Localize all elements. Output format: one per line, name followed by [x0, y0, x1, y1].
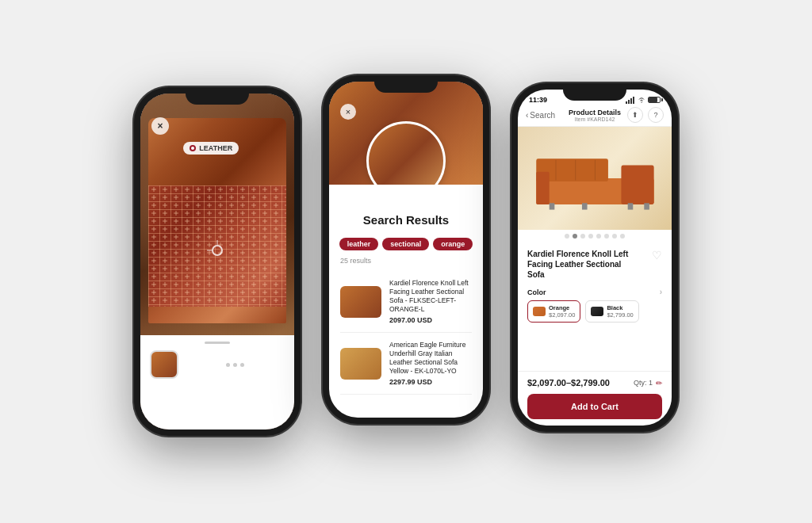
search-body: Search Results leather sectional orange … [329, 185, 483, 418]
color-name-orange: Orange [549, 304, 575, 311]
add-to-cart-button[interactable]: Add to Cart [527, 394, 662, 419]
svg-rect-14 [627, 203, 633, 209]
color-option-orange[interactable]: Orange $2,097.00 [527, 300, 580, 323]
svg-rect-10 [621, 166, 653, 204]
chevron-right-icon[interactable]: › [660, 288, 662, 296]
product-item-1[interactable]: Kardiel Florence Knoll Left Facing Leath… [340, 271, 472, 333]
color-swatch-orange [533, 307, 546, 316]
dot-8[interactable] [620, 234, 625, 239]
signal-icon [626, 97, 635, 104]
dot-7[interactable] [612, 234, 617, 239]
detail-title-center: Product Details Item #KARD142 [569, 109, 621, 122]
dot-4[interactable] [588, 234, 593, 239]
svg-point-7 [641, 101, 642, 102]
qty-label: Qty: 1 [634, 379, 653, 387]
ar-screen: LEATHER × [140, 94, 294, 429]
qty-edit-button[interactable]: ✏ [656, 379, 662, 387]
product-name-1: Kardiel Florence Knoll Left Facing Leath… [389, 279, 472, 314]
ar-bottom-panel [140, 335, 294, 429]
color-option-black[interactable]: Black $2,799.00 [585, 300, 638, 323]
price-range: $2,097.00–$2,799.00 [527, 378, 610, 387]
product-name-2: American Eagle Furniture Underhill Gray … [389, 341, 472, 376]
ar-label-text: LEATHER [199, 144, 232, 152]
dot-2[interactable] [573, 234, 577, 239]
color-label: Color › [527, 288, 662, 296]
search-result-circle-image [366, 121, 446, 185]
phone-2-screen: × Search Results leather sectional orang… [329, 82, 483, 418]
search-close-button[interactable]: × [340, 104, 356, 120]
detail-product-name: Kardiel Florence Knoll Left Facing Leath… [527, 249, 629, 280]
status-time: 11:39 [529, 96, 547, 104]
search-screen: × Search Results leather sectional orang… [329, 82, 483, 418]
color-label-text: Color [527, 288, 546, 296]
product-info-2: American Eagle Furniture Underhill Gray … [389, 341, 472, 386]
ar-close-button[interactable]: × [151, 117, 169, 135]
ar-thumb-row [147, 350, 288, 379]
product-name-row: Kardiel Florence Knoll Left Facing Leath… [527, 249, 662, 280]
phone-3-notch [563, 83, 626, 101]
phone-1-notch [186, 87, 249, 105]
tag-orange[interactable]: orange [433, 238, 473, 250]
product-info-1: Kardiel Florence Knoll Left Facing Leath… [389, 279, 472, 324]
color-price-orange: $2,097.00 [549, 311, 575, 319]
svg-rect-4 [628, 100, 630, 104]
color-swatch-black [591, 307, 603, 316]
phone-search: × Search Results leather sectional orang… [323, 75, 489, 424]
dot-6[interactable] [604, 234, 609, 239]
product-thumbnail-1 [340, 286, 381, 318]
product-list: Kardiel Florence Knoll Left Facing Leath… [340, 271, 472, 395]
product-item-2[interactable]: American Eagle Furniture Underhill Gray … [340, 333, 472, 395]
svg-rect-11 [536, 172, 549, 204]
price-qty-row: $2,097.00–$2,799.00 Qty: 1 ✏ [527, 378, 662, 387]
dot-1[interactable] [565, 234, 569, 239]
ar-loading [226, 363, 244, 367]
svg-rect-12 [549, 203, 554, 209]
search-results-title: Search Results [340, 213, 472, 227]
ar-crosshair [212, 245, 223, 256]
wifi-icon [638, 97, 645, 103]
share-button[interactable]: ⬆ [627, 107, 643, 123]
results-count: 25 results [340, 257, 472, 265]
back-label: Search [530, 111, 555, 120]
ar-background: LEATHER × [140, 94, 294, 335]
product-price-2: 2297.99 USD [389, 378, 472, 386]
phone-ar: LEATHER × [134, 87, 301, 436]
detail-product-image [518, 127, 672, 230]
favorite-button[interactable]: ♡ [652, 249, 662, 262]
product-thumbnail-2 [340, 348, 381, 380]
search-tags-row: leather sectional orange [340, 238, 472, 250]
detail-footer: $2,097.00–$2,799.00 Qty: 1 ✏ Add to Cart [518, 371, 672, 426]
color-text-orange: Orange $2,097.00 [549, 304, 575, 319]
tag-sectional[interactable]: sectional [382, 238, 429, 250]
battery-icon [648, 97, 661, 103]
color-options: Orange $2,097.00 Black $2,799.00 [527, 300, 662, 323]
detail-title-main: Product Details [569, 109, 621, 116]
detail-body: Kardiel Florence Knoll Left Facing Leath… [518, 242, 672, 371]
detail-screen: 11:39 [518, 90, 672, 426]
phone-2-notch [374, 75, 438, 93]
detail-nav-right: ⬆ ? [627, 107, 664, 123]
qty-control: Qty: 1 ✏ [634, 379, 662, 387]
search-top-image: × [329, 82, 483, 185]
color-section: Color › Orange $2,097.00 [527, 288, 662, 323]
svg-rect-15 [644, 203, 649, 209]
help-button[interactable]: ? [648, 107, 664, 123]
dot-3[interactable] [580, 234, 585, 239]
ar-loading-dot-1 [226, 363, 230, 367]
back-button[interactable]: ‹ Search [526, 111, 555, 120]
search-circle-inner [369, 124, 443, 185]
battery-fill [649, 97, 657, 102]
detail-title-sub: Item #KARD142 [569, 116, 621, 122]
back-chevron: ‹ [526, 111, 528, 120]
phone-detail: 11:39 [511, 83, 678, 432]
status-right [626, 97, 661, 104]
svg-rect-13 [582, 203, 588, 209]
dot-5[interactable] [596, 234, 601, 239]
detail-nav: ‹ Search Product Details Item #KARD142 ⬆… [518, 104, 672, 127]
ar-material-label: LEATHER [183, 142, 239, 155]
sofa-illustration [530, 137, 661, 220]
ar-thumbnail[interactable] [150, 350, 178, 379]
image-dots [518, 230, 672, 242]
phone-3-screen: 11:39 [518, 90, 672, 426]
tag-leather[interactable]: leather [339, 238, 379, 250]
